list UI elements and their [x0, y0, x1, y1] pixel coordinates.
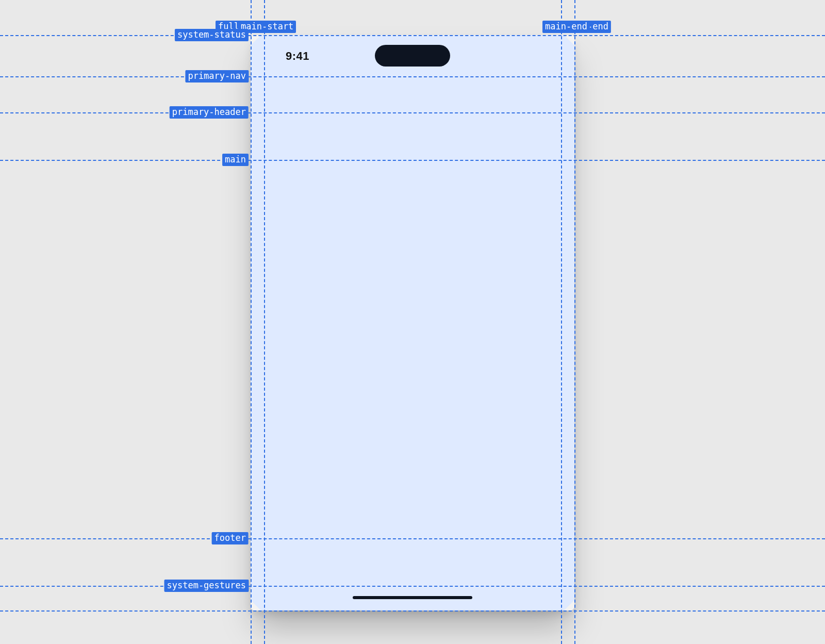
guide-label-primary-header: primary-header: [170, 106, 249, 119]
guide-label-footer: footer: [212, 532, 249, 544]
guide-horizontal-device-bottom: [0, 610, 825, 612]
guide-vertical-full-bleed-end: [574, 0, 575, 644]
corner-notch: [251, 600, 261, 610]
layout-guides-diagram: 9:41 fullb main-start main-end d-end sys…: [0, 0, 825, 644]
corner-notch: [251, 35, 261, 45]
guide-label-system-gestures: system-gestures: [164, 580, 249, 592]
guide-label-primary-nav: primary-nav: [185, 70, 249, 82]
corner-notch: [564, 600, 574, 610]
guide-label-system-status: system-status: [175, 29, 249, 41]
device-frame: 9:41: [251, 35, 574, 610]
guide-label-main-end: main-end: [542, 21, 590, 33]
device-screen: 9:41: [251, 35, 574, 610]
status-bar-time: 9:41: [286, 49, 309, 63]
home-indicator: [353, 596, 472, 599]
guide-label-main: main: [222, 154, 249, 166]
dynamic-island: [375, 45, 450, 67]
corner-notch: [564, 35, 574, 45]
